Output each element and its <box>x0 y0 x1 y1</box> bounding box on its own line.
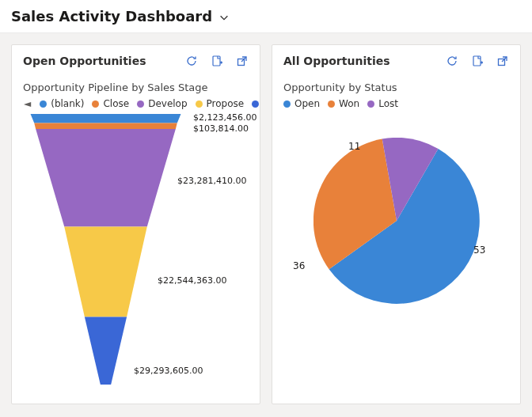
svg-marker-3 <box>34 123 177 129</box>
refresh-icon[interactable] <box>185 55 198 67</box>
legend-prev-icon[interactable]: ◄ <box>23 98 32 109</box>
legend-item[interactable]: Close <box>92 98 129 109</box>
card-all-opportunities: All Opportunities Opportunity by Status … <box>272 44 521 404</box>
pie-legend: Open Won Lost <box>283 98 509 109</box>
card-actions <box>446 55 509 67</box>
svg-marker-4 <box>36 129 176 227</box>
swatch-icon <box>196 100 203 108</box>
legend-item[interactable] <box>252 100 259 108</box>
swatch-icon <box>367 100 374 108</box>
chart-title: Opportunity by Status <box>283 82 509 93</box>
svg-rect-7 <box>473 56 481 66</box>
funnel-chart: $2,123,456.00 $103,814.00 $23,281,410.00… <box>23 114 249 394</box>
swatch-icon <box>283 100 291 108</box>
popout-icon[interactable] <box>496 55 509 67</box>
chart-title: Opportunity Pipeline by Sales Stage <box>23 82 249 93</box>
swatch-icon <box>252 100 259 108</box>
dashboard-grid: Open Opportunities Opportunity Pipeline … <box>0 33 532 415</box>
legend-item[interactable]: Develop <box>137 98 187 109</box>
refresh-icon[interactable] <box>446 55 458 67</box>
legend-item[interactable]: Won <box>328 98 359 109</box>
svg-marker-2 <box>31 114 181 123</box>
funnel-value-label: $2,123,456.00 <box>193 112 256 123</box>
pie-value-label: 11 <box>348 141 360 152</box>
card-actions <box>185 55 249 67</box>
chevron-down-icon[interactable] <box>218 11 230 22</box>
pie-value-label: 36 <box>293 260 305 271</box>
page-header: Sales Activity Dashboard <box>0 0 532 33</box>
card-title: All Opportunities <box>283 55 390 67</box>
legend-item[interactable]: Propose <box>196 98 245 109</box>
swatch-icon <box>92 100 99 108</box>
pie-value-label: 53 <box>473 245 485 256</box>
records-icon[interactable] <box>471 55 484 67</box>
popout-icon[interactable] <box>236 55 249 67</box>
legend-item[interactable]: Open <box>283 98 320 109</box>
funnel-svg <box>23 114 249 394</box>
svg-rect-0 <box>213 56 220 66</box>
pie-chart: 53 36 11 <box>283 114 509 394</box>
swatch-icon <box>328 100 335 108</box>
card-title: Open Opportunities <box>23 55 146 67</box>
funnel-value-label: $23,281,410.00 <box>177 176 246 186</box>
funnel-value-label: $29,293,605.00 <box>134 366 203 376</box>
card-header: Open Opportunities <box>23 55 249 67</box>
page-title: Sales Activity Dashboard <box>11 8 212 25</box>
records-icon[interactable] <box>211 55 223 67</box>
card-header: All Opportunities <box>283 55 509 67</box>
svg-marker-5 <box>64 227 147 317</box>
funnel-legend: ◄ (blank) Close Develop Propose ► <box>23 98 249 109</box>
svg-marker-6 <box>85 317 127 385</box>
funnel-value-label: $22,544,363.00 <box>158 275 226 286</box>
legend-item[interactable]: (blank) <box>40 98 84 109</box>
legend-item[interactable]: Lost <box>367 98 398 109</box>
card-open-opportunities: Open Opportunities Opportunity Pipeline … <box>11 44 260 404</box>
swatch-icon <box>137 100 144 108</box>
funnel-value-label: $103,814.00 <box>193 123 249 134</box>
swatch-icon <box>40 100 47 108</box>
pie-svg <box>314 138 480 304</box>
